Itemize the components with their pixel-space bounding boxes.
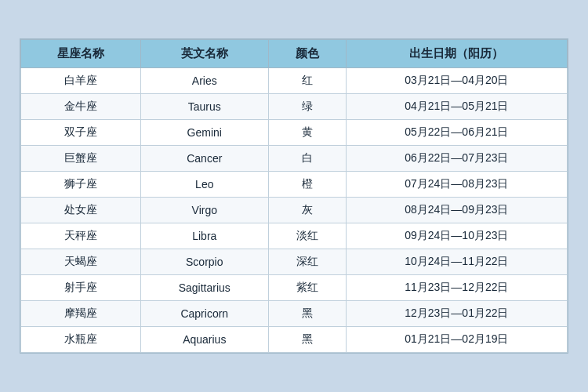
table-row: 水瓶座Aquarius黑01月21日—02月19日 bbox=[21, 327, 568, 353]
cell-row3-col0: 巨蟹座 bbox=[21, 146, 141, 172]
cell-row9-col1: Capricorn bbox=[140, 301, 269, 327]
table-row: 白羊座Aries红03月21日—04月20日 bbox=[21, 68, 568, 94]
cell-row4-col2: 橙 bbox=[269, 172, 347, 198]
cell-row2-col2: 黄 bbox=[269, 120, 347, 146]
cell-row3-col2: 白 bbox=[269, 146, 347, 172]
cell-row10-col2: 黑 bbox=[269, 327, 347, 353]
table-row: 天蝎座Scorpio深红10月24日—11月22日 bbox=[21, 249, 568, 275]
cell-row8-col0: 射手座 bbox=[21, 275, 141, 301]
table-row: 狮子座Leo橙07月24日—08月23日 bbox=[21, 172, 568, 198]
cell-row8-col1: Sagittarius bbox=[140, 275, 269, 301]
zodiac-table-container: 星座名称 英文名称 颜色 出生日期（阳历） 白羊座Aries红03月21日—04… bbox=[20, 38, 568, 354]
cell-row3-col1: Cancer bbox=[140, 146, 269, 172]
cell-row1-col3: 04月21日—05月21日 bbox=[346, 94, 567, 120]
cell-row5-col2: 灰 bbox=[269, 198, 347, 223]
header-english-name: 英文名称 bbox=[140, 40, 269, 68]
cell-row2-col1: Gemini bbox=[140, 120, 269, 146]
cell-row10-col3: 01月21日—02月19日 bbox=[346, 327, 567, 353]
cell-row8-col2: 紫红 bbox=[269, 275, 347, 301]
cell-row6-col0: 天秤座 bbox=[21, 223, 141, 249]
cell-row8-col3: 11月23日—12月22日 bbox=[346, 275, 567, 301]
cell-row4-col3: 07月24日—08月23日 bbox=[346, 172, 567, 198]
cell-row5-col1: Virgo bbox=[140, 198, 269, 223]
cell-row2-col0: 双子座 bbox=[21, 120, 141, 146]
cell-row7-col2: 深红 bbox=[269, 249, 347, 275]
table-row: 处女座Virgo灰08月24日—09月23日 bbox=[21, 198, 568, 223]
cell-row6-col2: 淡红 bbox=[269, 223, 347, 249]
cell-row1-col1: Taurus bbox=[140, 94, 269, 120]
cell-row7-col1: Scorpio bbox=[140, 249, 269, 275]
cell-row0-col1: Aries bbox=[140, 68, 269, 94]
table-row: 巨蟹座Cancer白06月22日—07月23日 bbox=[21, 146, 568, 172]
cell-row0-col3: 03月21日—04月20日 bbox=[346, 68, 567, 94]
cell-row1-col2: 绿 bbox=[269, 94, 347, 120]
table-row: 天秤座Libra淡红09月24日—10月23日 bbox=[21, 223, 568, 249]
cell-row10-col1: Aquarius bbox=[140, 327, 269, 353]
cell-row9-col3: 12月23日—01月22日 bbox=[346, 301, 567, 327]
cell-row5-col0: 处女座 bbox=[21, 198, 141, 223]
header-color: 颜色 bbox=[269, 40, 347, 68]
cell-row7-col0: 天蝎座 bbox=[21, 249, 141, 275]
cell-row9-col0: 摩羯座 bbox=[21, 301, 141, 327]
table-row: 双子座Gemini黄05月22日—06月21日 bbox=[21, 120, 568, 146]
cell-row0-col0: 白羊座 bbox=[21, 68, 141, 94]
zodiac-table: 星座名称 英文名称 颜色 出生日期（阳历） 白羊座Aries红03月21日—04… bbox=[20, 39, 568, 353]
cell-row10-col0: 水瓶座 bbox=[21, 327, 141, 353]
cell-row4-col0: 狮子座 bbox=[21, 172, 141, 198]
header-chinese-name: 星座名称 bbox=[21, 40, 141, 68]
cell-row6-col3: 09月24日—10月23日 bbox=[346, 223, 567, 249]
cell-row3-col3: 06月22日—07月23日 bbox=[346, 146, 567, 172]
table-row: 射手座Sagittarius紫红11月23日—12月22日 bbox=[21, 275, 568, 301]
cell-row7-col3: 10月24日—11月22日 bbox=[346, 249, 567, 275]
table-row: 金牛座Taurus绿04月21日—05月21日 bbox=[21, 94, 568, 120]
header-dates: 出生日期（阳历） bbox=[346, 40, 567, 68]
cell-row5-col3: 08月24日—09月23日 bbox=[346, 198, 567, 223]
cell-row9-col2: 黑 bbox=[269, 301, 347, 327]
cell-row2-col3: 05月22日—06月21日 bbox=[346, 120, 567, 146]
table-body: 白羊座Aries红03月21日—04月20日金牛座Taurus绿04月21日—0… bbox=[21, 68, 568, 353]
table-row: 摩羯座Capricorn黑12月23日—01月22日 bbox=[21, 301, 568, 327]
cell-row6-col1: Libra bbox=[140, 223, 269, 249]
cell-row1-col0: 金牛座 bbox=[21, 94, 141, 120]
table-header-row: 星座名称 英文名称 颜色 出生日期（阳历） bbox=[21, 40, 568, 68]
cell-row4-col1: Leo bbox=[140, 172, 269, 198]
cell-row0-col2: 红 bbox=[269, 68, 347, 94]
